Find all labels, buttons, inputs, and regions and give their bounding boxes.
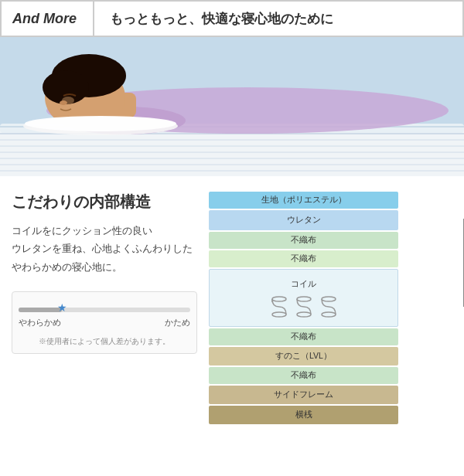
layer-row-nonwoven2: 不織布	[209, 250, 398, 267]
hero-image	[0, 37, 464, 176]
layer-nonwoven4: 不織布	[209, 367, 398, 384]
svg-point-23	[272, 312, 286, 317]
layer-row-yokosen: 横桟	[209, 406, 398, 424]
hero-illustration	[0, 37, 464, 176]
scale-marker-icon: ★	[56, 301, 69, 314]
layer-sunoko-label: すのこ（LVL）	[275, 351, 332, 360]
svg-point-27	[297, 312, 311, 317]
badge-label: And More	[12, 11, 77, 27]
right-section: 生地（ポリエステル） ウレタン 不織布 不織布	[209, 192, 452, 426]
svg-point-26	[297, 297, 311, 301]
layer-row-sunoko: すのこ（LVL）	[209, 347, 398, 366]
layer-row-uretan: ウレタン	[209, 210, 398, 230]
layer-uretan: ウレタン	[209, 210, 398, 230]
layer-row-fabric: 生地（ポリエステル）	[209, 192, 398, 209]
section-title: こだわりの内部構造	[12, 192, 197, 212]
svg-rect-1	[0, 130, 464, 176]
coil-spring-1	[271, 296, 288, 318]
layer-nonwoven3-label: 不織布	[291, 332, 316, 341]
layer-nonwoven4-label: 不織布	[291, 370, 316, 379]
layer-diagram-wrapper: 生地（ポリエステル） ウレタン 不織布 不織布	[209, 192, 452, 424]
svg-point-19	[60, 100, 67, 105]
layer-fabric: 生地（ポリエステル）	[209, 192, 398, 209]
section-description: コイルをにクッション性の良い ウレタンを重ね、心地よくふんわりした やわらかめの…	[12, 222, 197, 276]
scale-bar: ★	[19, 308, 190, 312]
desc-line1: コイルをにクッション性の良い	[12, 225, 152, 236]
layer-row-side: サイドフレーム	[209, 386, 398, 404]
layer-coil: コイル	[209, 269, 398, 327]
layer-yokosen: 横桟	[209, 406, 398, 424]
header-bar: And More もっともっと、快適な寝心地のために	[0, 0, 464, 37]
desc-line2: ウレタンを重ね、心地よくふんわりした	[12, 243, 193, 254]
svg-point-21	[25, 116, 176, 131]
and-more-badge: And More	[2, 2, 94, 36]
layer-coil-label: コイル	[291, 279, 316, 290]
layer-side-label: サイドフレーム	[274, 389, 333, 399]
desc-line3: やわらかめの寝心地に。	[12, 261, 122, 273]
header-subtitle: もっともっと、快適な寝心地のために	[94, 10, 349, 28]
layer-sunoko: すのこ（LVL）	[209, 347, 398, 366]
scale-label-firm: かため	[165, 317, 190, 328]
layer-uretan-label: ウレタン	[287, 215, 321, 224]
layer-nonwoven2: 不織布	[209, 250, 398, 267]
layer-row-nonwoven1: 不織布	[209, 232, 398, 249]
bracket-labels: カバー部分 マットレス部分 床板部分	[455, 192, 464, 424]
scale-note: ※使用者によって個人差があります。	[19, 336, 190, 347]
layer-fabric-label: 生地（ポリエステル）	[261, 195, 346, 204]
coil-spring-2	[295, 296, 312, 318]
layer-side: サイドフレーム	[209, 386, 398, 404]
scale-fill	[19, 308, 62, 312]
layer-row-nonwoven4: 不織布	[209, 367, 398, 384]
layer-row-nonwoven3: 不織布	[209, 328, 398, 345]
layer-row-coil: コイル	[209, 269, 398, 327]
svg-point-28	[322, 297, 336, 301]
left-section: こだわりの内部構造 コイルをにクッション性の良い ウレタンを重ね、心地よくふんわ…	[12, 192, 197, 426]
scale-labels: やわらかめ かため	[19, 317, 190, 328]
layer-nonwoven3: 不織布	[209, 328, 398, 345]
svg-point-29	[322, 312, 336, 317]
coil-spring-3	[320, 296, 337, 318]
firmness-scale: ★ やわらかめ かため ※使用者によって個人差があります。	[12, 291, 197, 354]
layer-nonwoven1-label: 不織布	[291, 235, 316, 244]
main-content: こだわりの内部構造 コイルをにクッション性の良い ウレタンを重ね、心地よくふんわ…	[0, 176, 464, 437]
scale-label-soft: やわらかめ	[19, 317, 61, 328]
layer-nonwoven2-label: 不織布	[291, 253, 316, 263]
layer-yokosen-label: 横桟	[295, 410, 312, 419]
layer-nonwoven1: 不織布	[209, 232, 398, 249]
svg-point-22	[272, 297, 286, 301]
